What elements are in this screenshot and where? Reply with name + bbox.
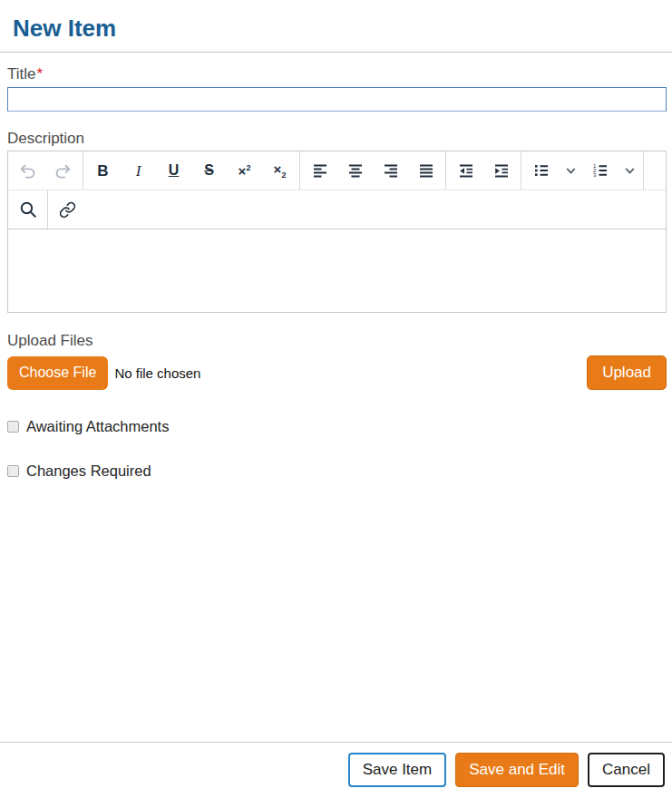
new-item-form-page: New Item Title* Description xyxy=(0,0,672,798)
link-group xyxy=(48,190,87,229)
redo-button[interactable] xyxy=(45,154,81,187)
choose-file-button[interactable]: Choose File xyxy=(7,356,108,390)
bold-icon: B xyxy=(97,163,108,179)
superscript-icon: ×2 xyxy=(239,164,251,178)
align-right-button[interactable] xyxy=(373,154,408,187)
svg-text:3: 3 xyxy=(593,172,597,178)
chevron-down-icon xyxy=(624,165,636,177)
title-input[interactable] xyxy=(7,87,667,112)
insert-link-button[interactable] xyxy=(50,193,85,226)
outdent-icon xyxy=(457,161,475,180)
undo-icon xyxy=(18,161,37,180)
underline-icon: U xyxy=(169,163,180,178)
alignment-group xyxy=(300,151,446,190)
editor-toolbar-row2 xyxy=(8,190,666,229)
subscript-icon: ×2 xyxy=(274,162,287,180)
align-center-icon xyxy=(346,161,365,180)
list-group: 1 2 3 xyxy=(521,151,644,190)
numbered-list-button[interactable]: 1 2 3 xyxy=(582,154,618,187)
align-center-button[interactable] xyxy=(337,154,373,187)
italic-button[interactable]: I xyxy=(121,154,156,187)
upload-button[interactable]: Upload xyxy=(587,355,667,390)
numbered-list-icon: 1 2 3 xyxy=(591,161,609,180)
toolbar-spacer xyxy=(87,190,666,229)
footer-actions: Save Item Save and Edit Cancel xyxy=(348,753,665,787)
title-label: Title* xyxy=(7,65,667,83)
editor-toolbar-row1: B I U S ×2 ×2 xyxy=(8,151,666,190)
underline-button[interactable]: U xyxy=(156,154,191,187)
link-icon xyxy=(59,201,76,219)
upload-files-label: Upload Files xyxy=(7,332,667,350)
align-left-button[interactable] xyxy=(302,154,337,187)
align-left-icon xyxy=(311,161,329,180)
italic-icon: I xyxy=(136,163,141,179)
footer-divider xyxy=(0,742,672,743)
redo-icon xyxy=(54,161,73,180)
toolbar-spacer xyxy=(644,151,666,190)
bullet-list-menu-button[interactable] xyxy=(559,154,582,187)
cancel-button[interactable]: Cancel xyxy=(588,753,665,787)
chevron-down-icon xyxy=(565,165,577,177)
history-group xyxy=(8,151,83,190)
bullet-list-icon xyxy=(532,161,550,180)
changes-required-label: Changes Required xyxy=(26,462,151,480)
subscript-button[interactable]: ×2 xyxy=(262,154,297,187)
indent-icon xyxy=(492,161,511,180)
align-right-icon xyxy=(382,161,400,180)
upload-row: Choose File No file chosen Upload xyxy=(7,355,667,390)
strikethrough-icon: S xyxy=(204,163,214,178)
outdent-button[interactable] xyxy=(448,154,483,187)
changes-required-row[interactable]: Changes Required xyxy=(7,462,667,480)
superscript-button[interactable]: ×2 xyxy=(227,154,262,187)
indent-group xyxy=(446,151,521,190)
search-replace-button[interactable] xyxy=(10,193,45,226)
save-and-edit-button[interactable]: Save and Edit xyxy=(455,753,579,787)
bold-button[interactable]: B xyxy=(85,154,121,187)
align-justify-button[interactable] xyxy=(408,154,443,187)
changes-required-checkbox[interactable] xyxy=(7,465,19,477)
strikethrough-button[interactable]: S xyxy=(191,154,227,187)
search-group xyxy=(8,190,48,229)
rich-text-editor: B I U S ×2 ×2 xyxy=(7,151,667,313)
align-justify-icon xyxy=(417,161,435,180)
bullet-list-button[interactable] xyxy=(523,154,559,187)
file-status-text: No file chosen xyxy=(114,365,200,381)
save-item-button[interactable]: Save Item xyxy=(348,753,447,787)
text-style-group: B I U S ×2 ×2 xyxy=(83,151,300,190)
awaiting-attachments-row[interactable]: Awaiting Attachments xyxy=(7,418,667,435)
indent-button[interactable] xyxy=(483,154,519,187)
awaiting-attachments-checkbox[interactable] xyxy=(7,421,19,433)
numbered-list-menu-button[interactable] xyxy=(618,154,641,187)
undo-button[interactable] xyxy=(10,154,45,187)
header-divider xyxy=(0,52,672,53)
search-icon xyxy=(18,200,38,219)
required-asterisk: * xyxy=(37,65,44,83)
description-label: Description xyxy=(7,130,667,148)
description-editor-area[interactable] xyxy=(8,229,666,312)
awaiting-attachments-label: Awaiting Attachments xyxy=(26,418,169,435)
page-title: New Item xyxy=(0,0,672,42)
form-content: Title* Description xyxy=(0,65,672,480)
title-label-text: Title xyxy=(7,65,36,83)
